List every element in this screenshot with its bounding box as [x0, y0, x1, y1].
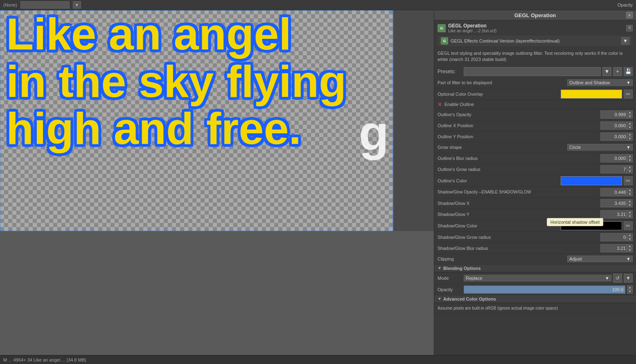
status-text: M ... 4964× 34 Like an angel ... (34.8 M… — [3, 357, 86, 362]
mode-arrow: ▼ — [605, 276, 609, 281]
shadow-opacity-label: Shadow/Glow Opacity --ENABLE SHADOW/GLOW — [438, 190, 599, 194]
shadow-x-input[interactable] — [600, 199, 627, 207]
shadow-blur-input[interactable] — [600, 244, 627, 252]
operation-header-row: G GEGL Operation Like an angel ...-2 (fu… — [434, 20, 636, 34]
enable-outline-row[interactable]: ✕ Enable Outline — [434, 100, 636, 109]
presets-save-btn[interactable]: 💾 — [624, 67, 633, 76]
outline-blur-up-btn[interactable]: ▲ — [627, 154, 633, 158]
color-overlay-swatch[interactable] — [561, 90, 622, 99]
outline-blur-spin[interactable]: ▲ ▼ — [600, 154, 633, 162]
outline-blur-down-btn[interactable]: ▼ — [627, 158, 633, 162]
mode-extra-btn[interactable]: ▼ — [624, 274, 633, 283]
shadow-opacity-spin-btns[interactable]: ▲ ▼ — [627, 188, 633, 196]
top-opacity-btn[interactable]: ▼ — [73, 1, 81, 9]
outline-grow-spin-btns[interactable]: ▲ ▼ — [627, 165, 633, 173]
shadow-x-down-btn[interactable]: ▼ — [627, 203, 633, 207]
shadow-grow-input[interactable] — [600, 233, 627, 241]
version-dropdown-btn[interactable]: ▼ — [621, 37, 629, 45]
outline-y-down-btn[interactable]: ▼ — [627, 137, 633, 141]
outline-x-input[interactable] — [600, 121, 627, 130]
outline-color-label: Outline's Color — [438, 178, 559, 183]
shadow-opacity-up-btn[interactable]: ▲ — [627, 188, 633, 192]
shadow-color-pick-btn[interactable]: ✏ — [624, 221, 633, 230]
presets-row: Presets: ▼ + 💾 — [434, 65, 636, 78]
shadow-blur-spin[interactable]: ▲ ▼ — [600, 244, 633, 252]
shadow-x-spin[interactable]: ▲ ▼ — [600, 199, 633, 207]
shadow-grow-down-btn[interactable]: ▼ — [627, 237, 633, 241]
color-overlay-label: Optional Color Overlay — [438, 92, 559, 97]
operation-description: GEGL text styling and speciality image o… — [434, 48, 636, 65]
version-label: GEGL Effects Continual Version (layereff… — [451, 38, 619, 43]
grow-shape-row: Grow shape Circle ▼ — [434, 142, 636, 153]
outline-grow-input[interactable] — [600, 165, 627, 173]
shadow-grow-spin-btns[interactable]: ▲ ▼ — [627, 233, 633, 241]
outline-color-swatch[interactable] — [561, 176, 622, 185]
outline-grow-up-btn[interactable]: ▲ — [627, 165, 633, 169]
shadow-x-up-btn[interactable]: ▲ — [627, 199, 633, 203]
shadow-blur-down-btn[interactable]: ▼ — [627, 248, 633, 252]
opacity-spin-btns[interactable]: ▲ ▼ — [627, 285, 633, 294]
outline-opacity-spin[interactable]: ▲ ▼ — [600, 110, 633, 119]
shadow-y-input[interactable] — [600, 210, 627, 218]
presets-input[interactable] — [464, 67, 601, 76]
version-row[interactable]: G GEGL Effects Continual Version (layere… — [438, 36, 633, 46]
blending-options-header[interactable]: ▼ Blending Options — [434, 265, 636, 272]
outline-opacity-input[interactable] — [600, 110, 627, 119]
shadow-opacity-down-btn[interactable]: ▼ — [627, 192, 633, 196]
outline-opacity-up-btn[interactable]: ▲ — [627, 110, 633, 115]
outline-color-pick-btn[interactable]: ✏ — [624, 176, 633, 185]
shadow-grow-up-btn[interactable]: ▲ — [627, 233, 633, 237]
outline-blur-spin-btns[interactable]: ▲ ▼ — [627, 154, 633, 162]
outline-grow-spin[interactable]: ▲ ▼ — [600, 165, 633, 173]
clipping-value: Adjust — [569, 256, 582, 261]
outline-x-spin-btns[interactable]: ▲ ▼ — [627, 121, 633, 130]
opacity-down-btn[interactable]: ▼ — [627, 290, 633, 294]
opacity-slider[interactable]: 100.0 — [464, 285, 625, 294]
outline-y-up-btn[interactable]: ▲ — [627, 133, 633, 137]
filter-display-dropdown[interactable]: Outline and Shadow ▼ — [567, 79, 633, 86]
opacity-up-btn[interactable]: ▲ — [627, 285, 633, 290]
grow-shape-dropdown[interactable]: Circle ▼ — [567, 144, 633, 151]
shadow-blur-spin-btns[interactable]: ▲ ▼ — [627, 244, 633, 252]
gegl-version-icon: G — [441, 37, 448, 45]
outline-opacity-spin-btns[interactable]: ▲ ▼ — [627, 110, 633, 119]
shadow-color-label: Shadow/Glow Color — [438, 223, 559, 228]
outline-x-spin[interactable]: ▲ ▼ — [600, 121, 633, 130]
shadow-x-spin-btns[interactable]: ▲ ▼ — [627, 199, 633, 207]
shadow-opacity-input[interactable] — [600, 188, 627, 196]
top-none-label: (None) — [3, 2, 17, 7]
mode-dropdown[interactable]: Replace ▼ — [464, 275, 611, 281]
outline-y-spin[interactable]: ▲ ▼ — [600, 133, 633, 141]
outline-y-spin-btns[interactable]: ▲ ▼ — [627, 133, 633, 141]
top-none-input-field[interactable] — [20, 1, 70, 9]
presets-add-btn[interactable]: + — [613, 67, 622, 76]
color-overlay-pick-btn[interactable]: ✏ — [624, 90, 633, 99]
dialog-close-button[interactable]: × — [626, 12, 633, 18]
panel-menu-dots[interactable]: ⠿ — [626, 25, 633, 31]
outline-opacity-label: Outline's Opacity — [438, 112, 599, 117]
mode-reset-btn[interactable]: ↺ — [613, 274, 622, 283]
shadow-y-up-btn[interactable]: ▲ — [627, 210, 633, 214]
presets-dropdown-btn[interactable]: ▼ — [602, 67, 611, 76]
top-bar: (None) ▼ Opacity — [0, 0, 636, 10]
shadow-grow-spin[interactable]: ▲ ▼ — [600, 233, 633, 241]
outline-blur-row: Outline's Blur radius ▲ ▼ — [434, 153, 636, 164]
canvas-below — [0, 231, 434, 355]
outline-y-input[interactable] — [600, 133, 627, 141]
outline-opacity-down-btn[interactable]: ▼ — [627, 115, 633, 119]
clipping-label: Clipping — [438, 256, 566, 261]
mode-row: Mode Replace ▼ ↺ ▼ — [434, 272, 636, 284]
outline-blur-input[interactable] — [600, 154, 627, 162]
enable-outline-label: Enable Outline — [444, 102, 474, 107]
canvas-text: Like an angelin the sky flyinghigh and f… — [6, 10, 387, 152]
clipping-dropdown[interactable]: Adjust ▼ — [567, 256, 633, 262]
shadow-y-spin-btns[interactable]: ▲ ▼ — [627, 210, 633, 218]
outline-grow-down-btn[interactable]: ▼ — [627, 169, 633, 173]
grow-shape-value: Circle — [569, 145, 581, 150]
shadow-y-down-btn[interactable]: ▼ — [627, 214, 633, 218]
shadow-opacity-spin[interactable]: ▲ ▼ — [600, 188, 633, 196]
shadow-blur-up-btn[interactable]: ▲ — [627, 244, 633, 248]
outline-x-down-btn[interactable]: ▼ — [627, 126, 633, 130]
advanced-color-header[interactable]: ▼ Advanced Color Options — [434, 295, 636, 303]
outline-x-up-btn[interactable]: ▲ — [627, 121, 633, 126]
